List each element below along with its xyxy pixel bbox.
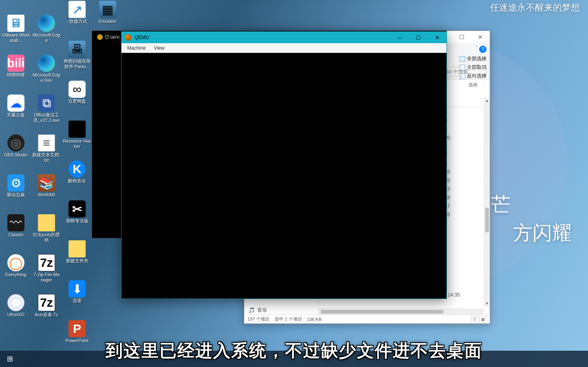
status-size: 136 KB [307, 317, 322, 322]
icon-label: OBS Studio [4, 152, 27, 158]
desktop-icon[interactable]: ✂剪映专业版 [62, 199, 92, 239]
icon-label: 驱动总裁 [7, 192, 25, 198]
qemu-window[interactable]: QEMU ─ ☐ ✕ Machine View [121, 31, 447, 299]
desktop-icon[interactable]: ◎OBS Studio [1, 133, 31, 173]
desktop-icon[interactable]: bili哔哩哔哩 [1, 53, 31, 93]
app-icon: P [69, 320, 86, 337]
icon-label: Microsoft Edge Dev [32, 73, 61, 83]
app-icon: 7z [38, 294, 55, 311]
qemu-titlebar[interactable]: QEMU ─ ☐ ✕ [122, 32, 447, 43]
explorer-search-input[interactable]: ator 中搜索 [442, 67, 486, 77]
icon-label: Resource Hacker [63, 138, 91, 149]
icon-label: 天翼云盘 [7, 112, 25, 118]
desktop-icon[interactable]: 📚WinRAR [31, 173, 62, 213]
app-icon: K [69, 160, 86, 178]
view-details-icon[interactable]: ☰ [471, 316, 478, 323]
app-icon [38, 55, 55, 72]
app-icon: ↗ [69, 1, 86, 18]
select-all-button[interactable]: 全部选择 [458, 55, 488, 63]
icon-label: 7-Zip File Manager [32, 272, 61, 283]
desktop-icon[interactable]: Microsoft Edge [31, 13, 62, 53]
app-icon: ≡ [38, 134, 55, 152]
close-button[interactable]: ✕ [428, 32, 447, 43]
qemu-display[interactable] [122, 53, 447, 299]
icon-label: 百度网盘 [68, 99, 86, 104]
icon-label: Everything [5, 272, 27, 277]
desktop-icon[interactable]: ∞百度网盘 [62, 79, 92, 119]
help-icon[interactable]: ? [479, 46, 486, 53]
icon-label: 奔图扫描应用软件 Pantu... [63, 59, 91, 69]
desktop-icon[interactable]: ≡新建文本文档.txt [31, 133, 62, 173]
app-icon: ⧉ [38, 94, 55, 112]
video-subtitle: 到这里已经进入系统，不过缺少文件进不去桌面 [0, 339, 588, 362]
scrollbar-vertical[interactable]: ▲ ▼ [484, 98, 490, 306]
app-icon: bili [7, 55, 24, 72]
status-selected: 选中 1 个项目 [274, 316, 302, 322]
view-icons-icon[interactable]: ▦ [479, 316, 486, 323]
nav-music[interactable]: 音乐 [244, 305, 318, 315]
minimize-button[interactable]: ─ [390, 32, 409, 43]
app-icon: RH [69, 121, 86, 138]
app-icon: 🖥 [7, 15, 24, 32]
app-icon [69, 240, 86, 257]
icon-label: ClassIn [9, 232, 24, 237]
icon-label: ikun必备.7z [35, 312, 58, 317]
app-icon: ☁ [7, 94, 24, 112]
app-icon: ⬇ [69, 280, 86, 297]
app-icon: ✂ [69, 200, 86, 218]
icon-label: Office激活工具_v22.2.exe [32, 112, 61, 123]
desktop-icon[interactable]: 7zikun必备.7z [31, 292, 62, 332]
app-icon: ◎ [7, 134, 24, 152]
desktop-icon[interactable]: ⬇迅雷 [62, 279, 92, 319]
desktop-icon[interactable]: K酷狗音乐 [62, 159, 92, 199]
icon-label: 新建文件夹 [66, 258, 88, 264]
close-button[interactable]: ✕ [471, 31, 490, 43]
qemu-icon [97, 34, 103, 40]
app-icon: 📚 [38, 174, 55, 191]
qemu-icon [125, 34, 131, 41]
app-icon: ∞ [69, 81, 86, 98]
desktop-icon[interactable]: 纪夫junly的壁纸 [31, 213, 62, 253]
desktop-icon[interactable]: 〰ClassIn [1, 213, 31, 253]
app-icon [7, 294, 24, 311]
scrollbar-thumb[interactable] [321, 310, 443, 314]
app-icon: 🖶 [69, 41, 86, 58]
scroll-up-icon[interactable]: ▲ [484, 98, 490, 103]
ribbon-collapse-icon[interactable]: ˆ [476, 46, 477, 51]
icon-label: WinRAR [38, 192, 55, 198]
icon-label: 哔哩哔哩 [7, 73, 25, 78]
scrollbar-thumb[interactable] [485, 208, 489, 232]
icon-label: 新建文本文档.txt [32, 152, 61, 163]
ribbon-group-label: 选择 [458, 82, 488, 88]
status-item-count: 197 个项目 [248, 316, 270, 322]
qemu-menubar[interactable]: Machine View [122, 43, 447, 53]
scrollbar-horizontal[interactable] [318, 309, 484, 314]
explorer-statusbar: 197 个项目 选中 1 个项目 136 KB ☰ ▦ [244, 314, 490, 323]
desktop-icon[interactable]: ⚙驱动总裁 [1, 173, 31, 213]
icon-label: Emulator [99, 19, 117, 24]
icon-label: UltraISO [7, 312, 24, 317]
app-icon [38, 15, 55, 32]
desktop-icon[interactable]: 新建文件夹 [62, 239, 92, 279]
desktop-icon[interactable]: 7z7-Zip File Manager [31, 253, 62, 292]
icon-label: VMware Workstati... [2, 33, 30, 43]
menu-machine[interactable]: Machine [124, 44, 149, 52]
icon-label: 酷狗音乐 [68, 178, 86, 184]
desktop-icon[interactable]: ↗- 快捷方式 [62, 0, 92, 39]
desktop-icon[interactable]: 🖶奔图扫描应用软件 Pantu... [62, 39, 92, 79]
menu-view[interactable]: View [150, 44, 168, 52]
desktop-icon[interactable]: RHResource Hacker [62, 119, 92, 159]
icon-label: - 快捷方式 [67, 19, 88, 24]
scroll-down-icon[interactable]: ▼ [484, 301, 490, 306]
select-all-icon [460, 56, 465, 62]
maximize-button[interactable]: ☐ [452, 31, 471, 43]
desktop-icon[interactable]: UltraISO [1, 292, 31, 332]
maximize-button[interactable]: ☐ [409, 32, 428, 43]
desktop-icon[interactable]: ◯Everything [1, 253, 31, 292]
icon-label: 纪夫junly的壁纸 [32, 232, 61, 243]
desktop-icon[interactable]: 🖥VMware Workstati... [1, 13, 31, 53]
desktop-icon[interactable]: ☁天翼云盘 [1, 93, 31, 133]
desktop-icon[interactable]: Microsoft Edge Dev [31, 53, 62, 93]
icon-label: Microsoft Edge [32, 33, 61, 43]
desktop-icon[interactable]: ⧉Office激活工具_v22.2.exe [31, 93, 62, 133]
